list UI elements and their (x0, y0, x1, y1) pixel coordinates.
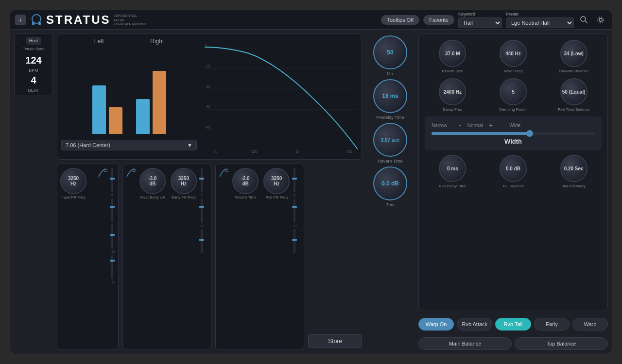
reverb-knob1-col: -2.0dB Reverb Time (232, 168, 259, 199)
predelay-value: 18 ms (382, 93, 398, 99)
width-row: Narrow - Normal + Wide (432, 121, 595, 129)
top-balance-button[interactable]: Top Balance (515, 337, 608, 350)
favorite-button[interactable]: Favorite (423, 15, 454, 25)
reverb-curve-indicator: 12 (219, 168, 228, 178)
svg-text:-10: -10 (206, 64, 210, 68)
logo-text: STRATUS (46, 13, 111, 27)
width-slider[interactable] (432, 132, 595, 135)
trim-knob[interactable]: 0.0 dB (373, 166, 407, 200)
preset-label: Preset (506, 12, 574, 17)
warp-on-button[interactable]: Warp On (418, 318, 454, 331)
width-plus-button[interactable]: + (487, 121, 495, 129)
input-fader-2[interactable] (111, 199, 113, 223)
mast-early-lvl-knob[interactable]: -3.0dB (139, 168, 166, 194)
xover-freq-value: 440 Hz (505, 51, 521, 56)
rvb-time-balance-item: 50 (Equal) Rvb Time Balance (546, 78, 602, 112)
tail-supress-value: 0.0 dB (506, 166, 520, 171)
reverb-time-big-label: Reverb Time (378, 159, 402, 164)
search-button[interactable] (578, 14, 590, 26)
keyword-select[interactable]: Hall (458, 17, 502, 28)
early-fader-2[interactable] (201, 199, 203, 223)
predelay-knob-container: 18 ms Predelay Time (373, 79, 407, 120)
reverb-fader-1[interactable] (294, 168, 295, 192)
tail-recovery-knob[interactable]: 0.20 Sec (560, 155, 587, 182)
damping-factor-item: 5 Damping Factor (485, 78, 541, 112)
svg-text:-20: -20 (206, 84, 210, 89)
store-button[interactable]: Store (308, 334, 362, 348)
host-button[interactable]: Host (26, 37, 41, 45)
reverb-fader-3[interactable] (294, 229, 295, 253)
beat-label: BEAT (28, 88, 39, 93)
input-curve-indicator: 12 (98, 168, 107, 178)
xover-freq-knob[interactable]: 440 Hz (500, 40, 527, 67)
damp-freq-label: Damp Freq (443, 107, 462, 112)
reverb-time-value: -2.0dB (241, 176, 249, 186)
channel-select[interactable]: 7.06 (Hard Center) ▼ (61, 140, 197, 150)
gear-button[interactable] (594, 14, 607, 26)
mix-label: Mix (387, 71, 394, 76)
svg-text:200: 200 (252, 149, 258, 154)
rvb-time-balance-knob[interactable]: 50 (Equal) (560, 78, 587, 105)
preset-select[interactable]: Lge Neutral Hall (506, 17, 574, 28)
svg-point-6 (598, 17, 604, 23)
meter-bar-left-orange (109, 107, 122, 134)
rvb-attack-button[interactable]: Rvb Attack (457, 318, 492, 331)
width-minus-button[interactable]: - (457, 121, 464, 129)
width-slider-thumb[interactable] (526, 130, 533, 137)
early-faders: 6 12 (201, 168, 205, 253)
left-channel-label: Left (94, 38, 104, 45)
svg-point-3 (581, 17, 586, 21)
rvb-filt-freq-knob[interactable]: 3250Hz (263, 168, 290, 194)
input-fader-1[interactable] (111, 168, 113, 192)
rvb-delay-time-knob[interactable]: 0 ms (439, 155, 466, 182)
trim-knob-container: 0.0 dB Trim (373, 166, 407, 207)
tail-supress-label: Tail Supress (502, 184, 524, 188)
transport-panel: Host Tempo Sync 124 BPM 4 BEAT (14, 33, 53, 96)
input-fader-3[interactable] (111, 224, 113, 248)
early-fader-3[interactable] (201, 229, 203, 253)
width-title: Width (432, 138, 595, 145)
reverb-fader-2[interactable] (294, 199, 295, 223)
low-mid-balance-value: 34 (Low) (564, 51, 584, 56)
mix-knob[interactable]: 50 (373, 35, 407, 69)
early-curve-indicator: 12 (126, 168, 136, 178)
rvb-delay-time-value: 0 ms (447, 166, 458, 171)
early-filt-freq-label: Early Filt Freq (172, 195, 196, 199)
damp-freq-item: 2400 Hz Damp Freq (425, 78, 481, 112)
input-module: 3250Hz Input Filt Freq 12 6 (57, 164, 119, 350)
reverb-time-big-knob[interactable]: 3.07 sec (373, 123, 407, 157)
trim-value: 0.0 dB (381, 180, 399, 187)
early-knob2-col: 3250Hz Early Filt Freq (171, 168, 197, 199)
left-side: Host Tempo Sync 124 BPM 4 BEAT (14, 33, 53, 350)
early-filt-freq-knob[interactable]: 3250Hz (171, 168, 197, 194)
reverb-time-knob[interactable]: -2.0dB (232, 168, 259, 194)
logo-subtitle: EXPONENTIAL AUDIO AN IZOTOPE COMPANY (114, 14, 147, 26)
damp-freq-knob[interactable]: 2400 Hz (439, 78, 466, 105)
reverb-size-knob[interactable]: 37.0 M (439, 40, 466, 67)
svg-rect-1 (32, 22, 35, 25)
channel-select-value: 7.06 (Hard Center) (66, 142, 110, 148)
early-button[interactable]: Early (534, 318, 570, 331)
early-filt-freq-value: 3250Hz (178, 176, 189, 186)
input-fader-4[interactable] (111, 255, 113, 279)
tail-supress-item: 0.0 dB Tail Supress (485, 155, 541, 188)
damping-factor-knob[interactable]: 5 (500, 78, 527, 105)
svg-line-4 (585, 21, 587, 23)
predelay-knob[interactable]: 18 ms (373, 79, 407, 113)
add-button[interactable]: + (15, 15, 26, 25)
svg-text:-30: -30 (206, 104, 210, 109)
low-mid-balance-knob[interactable]: 34 (Low) (560, 40, 587, 67)
main-balance-button[interactable]: Main Balance (418, 337, 512, 350)
input-filt-freq-knob[interactable]: 3250Hz (60, 168, 86, 194)
tooltips-button[interactable]: Tooltips Off (381, 15, 419, 25)
damping-factor-label: Damping Factor (500, 107, 527, 112)
rvb-time-balance-value: 50 (Equal) (562, 89, 586, 95)
early-fader-1[interactable] (201, 168, 203, 192)
params-panel: 37.0 M Reverb Size 440 Hz Xover Freq 34 … (418, 33, 608, 311)
rvb-tail-button[interactable]: Rvb Tail (495, 318, 531, 331)
tail-supress-knob[interactable]: 0.0 dB (500, 155, 527, 182)
analyzer-section: Left Right 7. (57, 33, 362, 160)
warp-button[interactable]: Warp (572, 318, 608, 331)
normal-label: Normal (467, 123, 483, 128)
reverb-time-big-value: 3.07 sec (381, 137, 400, 143)
